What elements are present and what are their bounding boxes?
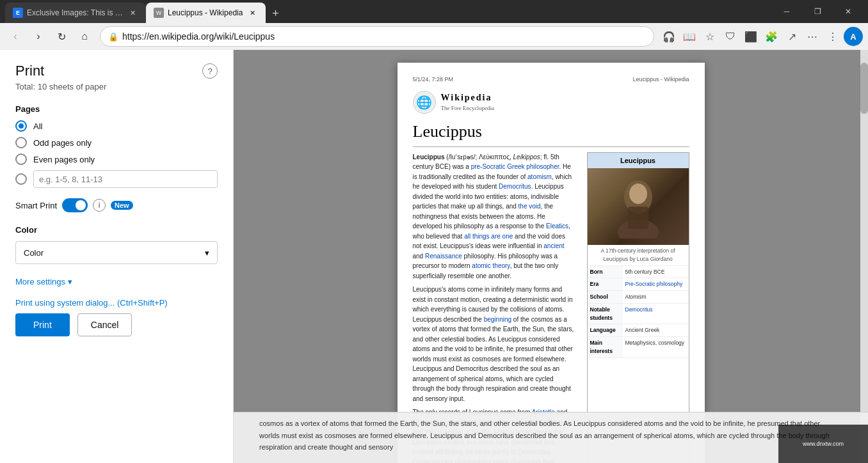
- portrait-svg: [613, 175, 664, 239]
- custom-range-input[interactable]: [33, 170, 218, 188]
- wiki-name-main: Wikipedia: [441, 91, 494, 104]
- infobox-row-interests: Main interests Metaphysics, cosmology: [588, 337, 689, 358]
- chevron-down-icon: ▾: [205, 248, 209, 258]
- radio-all[interactable]: All: [15, 120, 218, 132]
- new-badge: New: [111, 201, 133, 210]
- radio-all-label: All: [33, 122, 42, 131]
- wiki-logo: 🌐: [413, 91, 436, 114]
- help-button[interactable]: ?: [202, 63, 218, 79]
- tab-1[interactable]: E Exclusive Images: This is Dell's u ✕: [5, 3, 146, 23]
- infobox-label-students: Notable students: [588, 304, 623, 324]
- smart-print-label: Smart Print: [15, 201, 57, 210]
- nav-tools: 🎧 📖 ☆ 🛡 ⬛ 🧩 ↗ ⋯ ⋮ A: [659, 27, 863, 46]
- radio-custom-input[interactable]: [15, 173, 27, 185]
- titlebar: E Exclusive Images: This is Dell's u ✕ W…: [0, 0, 868, 23]
- infobox-value-interests: Metaphysics, cosmology: [623, 337, 687, 357]
- radio-odd[interactable]: Odd pages only: [15, 137, 218, 148]
- smart-print-row: Smart Print i New: [15, 198, 218, 212]
- color-dropdown[interactable]: Color ▾: [15, 241, 218, 264]
- watermark-text: www.dnxtw.com: [803, 441, 844, 447]
- smart-print-info-button[interactable]: i: [93, 199, 106, 212]
- scrollbar[interactable]: [860, 50, 868, 463]
- preview-page-title: Leucippus - Wikipedia: [632, 75, 689, 84]
- infobox-row-students: Notable students Democritus: [588, 304, 689, 325]
- smart-print-toggle[interactable]: [62, 198, 88, 212]
- address-bar[interactable]: 🔒 https://en.wikipedia.org/wiki/Leucippu…: [100, 26, 654, 47]
- infobox-label-era: Era: [588, 278, 623, 290]
- print-dialog: Print ? Total: 10 sheets of paper Pages …: [0, 50, 234, 463]
- immersive-reader-button[interactable]: 🎧: [659, 27, 679, 46]
- wiki-header: 🌐 Wikipedia The Free Encyclopedia: [413, 91, 689, 114]
- close-button[interactable]: ✕: [833, 0, 863, 23]
- scrollbar-thumb[interactable]: [860, 63, 868, 114]
- preview-date: 5/1/24, 7:28 PM: [413, 75, 454, 84]
- new-tab-button[interactable]: +: [266, 4, 285, 23]
- radio-odd-input[interactable]: [15, 137, 27, 148]
- wiki-name: Wikipedia The Free Encyclopedia: [441, 91, 494, 113]
- share-button[interactable]: ↗: [782, 27, 801, 46]
- pages-section-label: Pages: [15, 104, 218, 114]
- infobox-label-language: Language: [588, 324, 623, 336]
- bottom-content-bar: cosmos as a vortex of atoms that formed …: [234, 412, 868, 463]
- infobox-value-students: Democritus: [623, 304, 655, 324]
- infobox-title: Leucippus: [588, 153, 689, 169]
- infobox-value-language: Ancient Greek: [623, 324, 663, 336]
- favorites-button[interactable]: ☆: [700, 27, 719, 46]
- tab-2[interactable]: W Leucippus - Wikipedia ✕: [146, 3, 266, 23]
- system-dialog-link[interactable]: Print using system dialog... (Ctrl+Shift…: [15, 298, 168, 308]
- svg-rect-3: [628, 207, 648, 229]
- refresh-button[interactable]: ↻: [51, 26, 72, 47]
- svg-point-2: [629, 184, 647, 204]
- infobox-row-era: Era Pre-Socratic philosophy: [588, 278, 689, 291]
- collections-button[interactable]: ⬛: [741, 27, 760, 46]
- tab-1-close[interactable]: ✕: [127, 7, 138, 19]
- url-text: https://en.wikipedia.org/wiki/Leucippus: [122, 31, 275, 42]
- sidebar-button[interactable]: ⋮: [823, 27, 842, 46]
- infobox-label-school: School: [588, 291, 623, 303]
- tab-1-title: Exclusive Images: This is Dell's u: [27, 8, 123, 17]
- minimize-button[interactable]: ─: [772, 0, 801, 23]
- home-button[interactable]: ⌂: [74, 26, 95, 47]
- print-button[interactable]: Print: [15, 313, 70, 336]
- cancel-button[interactable]: Cancel: [77, 313, 133, 336]
- chevron-down-icon: ▾: [68, 277, 72, 286]
- print-dialog-title: Print: [15, 63, 44, 79]
- preview-meta: 5/1/24, 7:28 PM Leucippus - Wikipedia: [413, 75, 689, 84]
- extensions-button[interactable]: 🧩: [762, 27, 781, 46]
- radio-even-label: Even pages only: [33, 155, 95, 164]
- infobox-row-language: Language Ancient Greek: [588, 324, 689, 337]
- tab-2-close[interactable]: ✕: [246, 7, 258, 19]
- reading-view-button[interactable]: 📖: [680, 27, 699, 46]
- navbar: ‹ › ↻ ⌂ 🔒 https://en.wikipedia.org/wiki/…: [0, 23, 868, 50]
- window-controls: ─ ❐ ✕: [772, 0, 863, 23]
- main-area: Print ? Total: 10 sheets of paper Pages …: [0, 50, 868, 463]
- pages-radio-group: All Odd pages only Even pages only: [15, 120, 218, 188]
- radio-even[interactable]: Even pages only: [15, 153, 218, 165]
- profile-button[interactable]: A: [844, 27, 863, 46]
- para-2: Leucippus's atoms come in infinitely man…: [413, 285, 575, 404]
- tab-bar: E Exclusive Images: This is Dell's u ✕ W…: [5, 0, 767, 23]
- more-settings-link[interactable]: More settings ▾: [15, 277, 218, 286]
- bottom-text: cosmos as a vortex of atoms that formed …: [259, 420, 830, 451]
- intro-bold: Leucippus: [413, 153, 445, 161]
- back-button[interactable]: ‹: [5, 26, 26, 47]
- radio-custom[interactable]: [15, 170, 218, 188]
- radio-even-input[interactable]: [15, 153, 27, 165]
- watermark: www.dnxtw.com: [778, 425, 868, 463]
- more-settings-label: More settings: [15, 277, 65, 286]
- infobox-label-interests: Main interests: [588, 337, 623, 357]
- maximize-button[interactable]: ❐: [803, 0, 832, 23]
- infobox-value-school: Atomism: [623, 291, 649, 303]
- system-dialog-label: Print using system dialog... (Ctrl+Shift…: [15, 298, 168, 308]
- print-subtitle: Total: 10 sheets of paper: [15, 82, 218, 91]
- infobox-image: [588, 168, 689, 245]
- infobox-row-born: Born 5th century BCE: [588, 266, 689, 279]
- browser-essentials-button[interactable]: 🛡: [721, 27, 740, 46]
- intro-para: Leucippus (/luˈsɪpəs/; Λεύκιππος, Leikip…: [413, 152, 575, 281]
- more-tools-button[interactable]: ⋯: [803, 27, 822, 46]
- radio-all-input[interactable]: [15, 120, 27, 132]
- infobox-value-born: 5th century BCE: [623, 266, 668, 278]
- article-title: Leucippus: [413, 119, 689, 147]
- forward-button[interactable]: ›: [28, 26, 49, 47]
- tab-2-favicon: W: [154, 8, 164, 18]
